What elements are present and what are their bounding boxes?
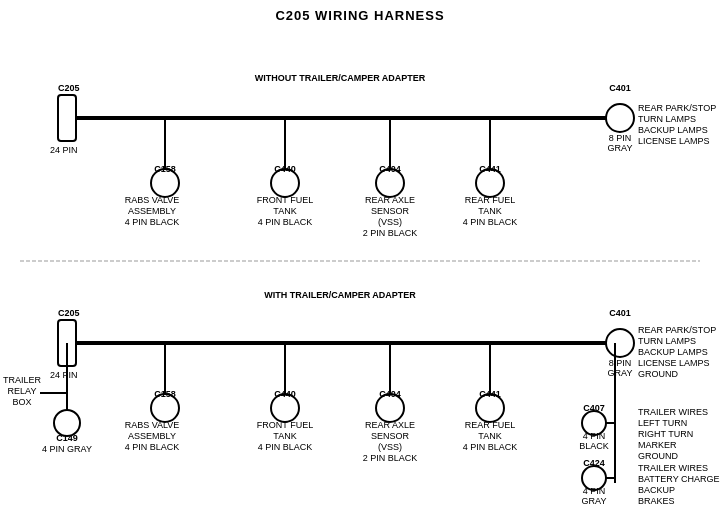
C158-1-sub3: 4 PIN BLACK xyxy=(125,217,180,227)
C441-2-sub2: TANK xyxy=(478,431,501,441)
C407-black: BLACK xyxy=(579,441,609,451)
C441-1-sub3: 4 PIN BLACK xyxy=(463,217,518,227)
C440-2-label: C440 xyxy=(274,389,296,399)
C401-1-right4: LICENSE LAMPS xyxy=(638,136,710,146)
C407-right4: MARKER xyxy=(638,440,677,450)
C440-2-sub2: TANK xyxy=(273,431,296,441)
C441-1-label: C441 xyxy=(479,164,501,174)
C401-1-gray: GRAY xyxy=(608,143,633,153)
C401-1-connector xyxy=(606,104,634,132)
C401-1-right3: BACKUP LAMPS xyxy=(638,125,708,135)
C401-2-pin: 8 PIN xyxy=(609,358,632,368)
C404-1-sub4: 2 PIN BLACK xyxy=(363,228,418,238)
C404-2-sub2: SENSOR xyxy=(371,431,410,441)
C441-2-sub1: REAR FUEL xyxy=(465,420,516,430)
section2-label: WITH TRAILER/CAMPER ADAPTER xyxy=(264,290,416,300)
C401-1-right2: TURN LAMPS xyxy=(638,114,696,124)
C158-1-sub1: RABS VALVE xyxy=(125,195,180,205)
diagram-area: WITHOUT TRAILER/CAMPER ADAPTER C205 24 P… xyxy=(0,23,720,513)
C205-1-pin: 24 PIN xyxy=(50,145,78,155)
C158-2-label: C158 xyxy=(154,389,176,399)
C205-2-pin: 24 PIN xyxy=(50,370,78,380)
C404-1-sub3: (VSS) xyxy=(378,217,402,227)
C404-2-label: C404 xyxy=(379,389,401,399)
C404-2-sub3: (VSS) xyxy=(378,442,402,452)
C404-1-sub1: REAR AXLE xyxy=(365,195,415,205)
C440-2-sub3: 4 PIN BLACK xyxy=(258,442,313,452)
C404-1-label: C404 xyxy=(379,164,401,174)
C441-2-label: C441 xyxy=(479,389,501,399)
C441-1-sub1: REAR FUEL xyxy=(465,195,516,205)
C424-right4: BRAKES xyxy=(638,496,675,506)
C440-1-sub3: 4 PIN BLACK xyxy=(258,217,313,227)
C401-1-label: C401 xyxy=(609,83,631,93)
C401-2-right4: LICENSE LAMPS xyxy=(638,358,710,368)
C441-1-sub2: TANK xyxy=(478,206,501,216)
C424-right3: BACKUP xyxy=(638,485,675,495)
C440-1-sub2: TANK xyxy=(273,206,296,216)
C404-2-sub4: 2 PIN BLACK xyxy=(363,453,418,463)
C407-right5: GROUND xyxy=(638,451,678,461)
C158-2-sub3: 4 PIN BLACK xyxy=(125,442,180,452)
C424-gray: GRAY xyxy=(582,496,607,506)
C440-1-sub1: FRONT FUEL xyxy=(257,195,313,205)
C440-2-sub1: FRONT FUEL xyxy=(257,420,313,430)
trailer-relay-label3: BOX xyxy=(12,397,31,407)
C404-2-sub1: REAR AXLE xyxy=(365,420,415,430)
C205-1-connector xyxy=(58,95,76,141)
section1-label: WITHOUT TRAILER/CAMPER ADAPTER xyxy=(255,73,426,83)
C407-pin: 4 PIN xyxy=(583,431,606,441)
C158-2-sub1: RABS VALVE xyxy=(125,420,180,430)
C407-right1: TRAILER WIRES xyxy=(638,407,708,417)
C404-1-sub2: SENSOR xyxy=(371,206,410,216)
C424-pin: 4 PIN xyxy=(583,486,606,496)
C401-2-right3: BACKUP LAMPS xyxy=(638,347,708,357)
C149-pin: 4 PIN GRAY xyxy=(42,444,92,454)
C407-right3: RIGHT TURN xyxy=(638,429,693,439)
trailer-relay-label2: RELAY xyxy=(8,386,37,396)
C424-right2: BATTERY CHARGE xyxy=(638,474,720,484)
page-title: C205 WIRING HARNESS xyxy=(0,0,720,23)
C158-1-sub2: ASSEMBLY xyxy=(128,206,176,216)
C205-1-label: C205 xyxy=(58,83,80,93)
C401-2-right1: REAR PARK/STOP xyxy=(638,325,716,335)
C401-2-right5: GROUND xyxy=(638,369,678,379)
C441-2-sub3: 4 PIN BLACK xyxy=(463,442,518,452)
C407-right2: LEFT TURN xyxy=(638,418,687,428)
C401-2-right2: TURN LAMPS xyxy=(638,336,696,346)
C407-label: C407 xyxy=(583,403,605,413)
C401-2-label: C401 xyxy=(609,308,631,318)
C424-label: C424 xyxy=(583,458,605,468)
C401-2-connector xyxy=(606,329,634,357)
C401-2-gray: GRAY xyxy=(608,368,633,378)
C401-1-right1: REAR PARK/STOP xyxy=(638,103,716,113)
C158-2-sub2: ASSEMBLY xyxy=(128,431,176,441)
trailer-relay-label1: TRAILER xyxy=(3,375,42,385)
C401-1-pin: 8 PIN xyxy=(609,133,632,143)
C424-right1: TRAILER WIRES xyxy=(638,463,708,473)
C205-2-label: C205 xyxy=(58,308,80,318)
C149-label: C149 xyxy=(56,433,78,443)
C158-1-label: C158 xyxy=(154,164,176,174)
C440-1-label: C440 xyxy=(274,164,296,174)
